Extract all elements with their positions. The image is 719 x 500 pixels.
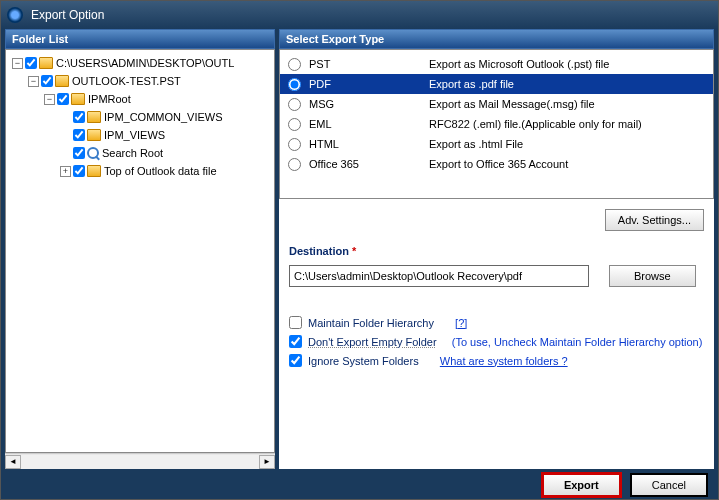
content: Folder List −C:\USERS\ADMIN\DESKTOP\OUTL… [1, 29, 718, 469]
horizontal-scrollbar[interactable]: ◄ ► [5, 453, 275, 469]
export-type-code: MSG [309, 98, 429, 110]
adv-settings-row: Adv. Settings... [279, 199, 714, 239]
export-type-option[interactable]: PSTExport as Microsoft Outlook (.pst) fi… [280, 54, 713, 74]
export-type-desc: Export as Microsoft Outlook (.pst) file [429, 58, 609, 70]
titlebar: Export Option [1, 1, 718, 29]
tree-checkbox[interactable] [73, 129, 85, 141]
tree-checkbox[interactable] [41, 75, 53, 87]
tree-checkbox[interactable] [73, 147, 85, 159]
tree-expander-icon[interactable]: − [12, 58, 23, 69]
tree-expander-icon[interactable]: + [60, 166, 71, 177]
export-type-option[interactable]: PDFExport as .pdf file [280, 74, 713, 94]
dont-export-empty-checkbox[interactable] [289, 335, 302, 348]
folder-icon [39, 57, 53, 69]
browse-button[interactable]: Browse [609, 265, 696, 287]
export-type-desc: Export as Mail Message(.msg) file [429, 98, 595, 110]
tree-row[interactable]: Search Root [8, 144, 272, 162]
adv-settings-button[interactable]: Adv. Settings... [605, 209, 704, 231]
tree-expander-icon [60, 130, 71, 141]
tree-row[interactable]: −C:\USERS\ADMIN\DESKTOP\OUTL [8, 54, 272, 72]
export-type-option[interactable]: Office 365Export to Office 365 Account [280, 154, 713, 174]
folder-icon [87, 111, 101, 123]
export-type-radio[interactable] [288, 118, 301, 131]
export-type-radio[interactable] [288, 138, 301, 151]
ignore-system-checkbox[interactable] [289, 354, 302, 367]
tree-label: IPM_VIEWS [104, 129, 165, 141]
tree-expander-icon [60, 112, 71, 123]
folder-icon [87, 129, 101, 141]
export-type-desc: Export to Office 365 Account [429, 158, 568, 170]
tree-label: OUTLOOK-TEST.PST [72, 75, 181, 87]
right-panel: Select Export Type PSTExport as Microsof… [279, 29, 714, 469]
tree-label: C:\USERS\ADMIN\DESKTOP\OUTL [56, 57, 234, 69]
export-type-option[interactable]: EMLRFC822 (.eml) file.(Applicable only f… [280, 114, 713, 134]
maintain-hierarchy-row: Maintain Folder Hierarchy [?] [289, 313, 704, 332]
folder-tree[interactable]: −C:\USERS\ADMIN\DESKTOP\OUTL−OUTLOOK-TES… [5, 49, 275, 453]
export-type-code: Office 365 [309, 158, 429, 170]
tree-expander-icon[interactable]: − [44, 94, 55, 105]
window-title: Export Option [31, 8, 104, 22]
tree-label: IPM_COMMON_VIEWS [104, 111, 223, 123]
dont-export-empty-hint: (To use, Uncheck Maintain Folder Hierarc… [452, 336, 703, 348]
scroll-left-arrow-icon[interactable]: ◄ [5, 455, 21, 469]
export-type-radio[interactable] [288, 98, 301, 111]
tree-checkbox[interactable] [73, 165, 85, 177]
export-type-radio[interactable] [288, 78, 301, 91]
folder-icon [55, 75, 69, 87]
export-type-header: Select Export Type [279, 29, 714, 49]
export-type-code: HTML [309, 138, 429, 150]
folder-icon [87, 165, 101, 177]
system-folders-link[interactable]: What are system folders ? [440, 355, 568, 367]
options-group: Maintain Folder Hierarchy [?] Don't Expo… [279, 287, 714, 374]
scroll-right-arrow-icon[interactable]: ► [259, 455, 275, 469]
ignore-system-label: Ignore System Folders [308, 355, 419, 367]
export-type-option[interactable]: HTMLExport as .html File [280, 134, 713, 154]
maintain-hierarchy-checkbox[interactable] [289, 316, 302, 329]
export-button[interactable]: Export [541, 472, 622, 498]
folder-list-header: Folder List [5, 29, 275, 49]
tree-row[interactable]: −IPMRoot [8, 90, 272, 108]
tree-row[interactable]: −OUTLOOK-TEST.PST [8, 72, 272, 90]
folder-list-panel: Folder List −C:\USERS\ADMIN\DESKTOP\OUTL… [5, 29, 275, 469]
cancel-button[interactable]: Cancel [630, 473, 708, 497]
required-asterisk: * [352, 245, 356, 257]
ignore-system-row: Ignore System Folders What are system fo… [289, 351, 704, 370]
dont-export-empty-label: Don't Export Empty Folder [308, 336, 437, 348]
tree-row[interactable]: +Top of Outlook data file [8, 162, 272, 180]
destination-input[interactable] [289, 265, 589, 287]
export-type-list: PSTExport as Microsoft Outlook (.pst) fi… [279, 49, 714, 199]
app-icon [7, 7, 23, 23]
export-type-desc: Export as .html File [429, 138, 523, 150]
tree-label: Search Root [102, 147, 163, 159]
tree-row[interactable]: IPM_COMMON_VIEWS [8, 108, 272, 126]
export-type-desc: RFC822 (.eml) file.(Applicable only for … [429, 118, 642, 130]
export-type-code: PDF [309, 78, 429, 90]
tree-expander-icon[interactable]: − [28, 76, 39, 87]
search-icon [87, 147, 99, 159]
export-type-desc: Export as .pdf file [429, 78, 514, 90]
footer: Export Cancel [1, 469, 718, 500]
export-type-code: PST [309, 58, 429, 70]
tree-checkbox[interactable] [73, 111, 85, 123]
maintain-hierarchy-help-link[interactable]: [?] [455, 317, 467, 329]
maintain-hierarchy-label: Maintain Folder Hierarchy [308, 317, 434, 329]
folder-icon [71, 93, 85, 105]
tree-label: IPMRoot [88, 93, 131, 105]
tree-checkbox[interactable] [25, 57, 37, 69]
tree-checkbox[interactable] [57, 93, 69, 105]
scroll-track[interactable] [21, 455, 259, 469]
destination-label-text: Destination [289, 245, 349, 257]
tree-label: Top of Outlook data file [104, 165, 217, 177]
tree-expander-icon [60, 148, 71, 159]
dont-export-empty-row: Don't Export Empty Folder (To use, Unche… [289, 332, 704, 351]
tree-row[interactable]: IPM_VIEWS [8, 126, 272, 144]
export-type-code: EML [309, 118, 429, 130]
export-type-option[interactable]: MSGExport as Mail Message(.msg) file [280, 94, 713, 114]
export-type-radio[interactable] [288, 158, 301, 171]
destination-label: Destination * [279, 239, 714, 261]
destination-row: Browse [279, 261, 714, 287]
export-type-radio[interactable] [288, 58, 301, 71]
